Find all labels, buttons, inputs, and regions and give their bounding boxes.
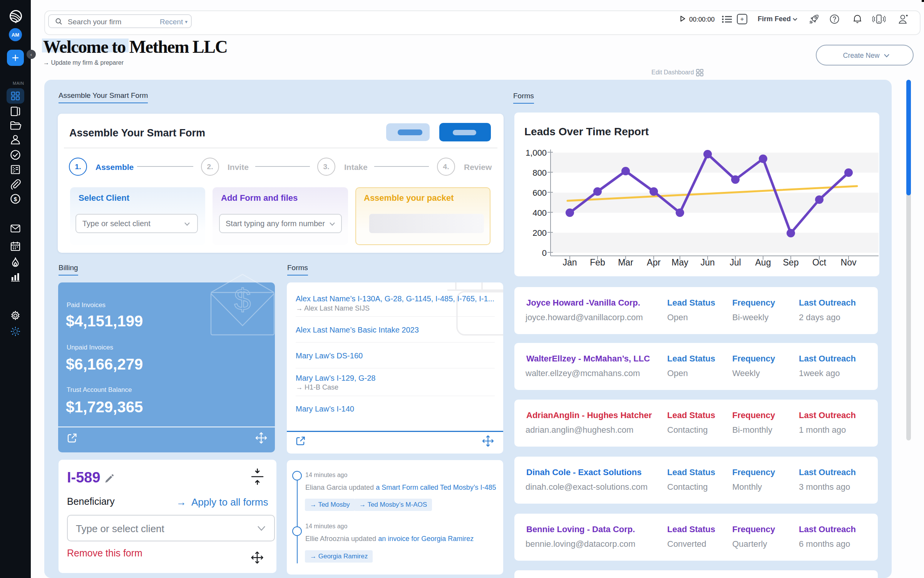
svg-text:Jan: Jan [562, 257, 577, 267]
svg-text:$: $ [14, 196, 17, 202]
svg-text:0: 0 [542, 248, 547, 258]
svg-text:Oct: Oct [812, 257, 826, 267]
svg-text:400: 400 [532, 208, 547, 218]
svg-text:May: May [671, 257, 688, 267]
svg-text:600: 600 [532, 188, 547, 198]
svg-text:1,000: 1,000 [526, 148, 547, 158]
svg-text:$: $ [234, 282, 251, 316]
svg-text:Aug: Aug [755, 257, 771, 267]
svg-text:200: 200 [532, 228, 547, 238]
svg-text:Jun: Jun [700, 257, 715, 267]
svg-text:800: 800 [532, 168, 547, 178]
svg-text:Jul: Jul [730, 257, 741, 267]
svg-text:Nov: Nov [841, 257, 857, 267]
svg-text:Mar: Mar [618, 257, 633, 267]
svg-text:Feb: Feb [590, 257, 605, 267]
svg-text:Apr: Apr [647, 257, 661, 267]
svg-text:Sep: Sep [783, 257, 799, 267]
